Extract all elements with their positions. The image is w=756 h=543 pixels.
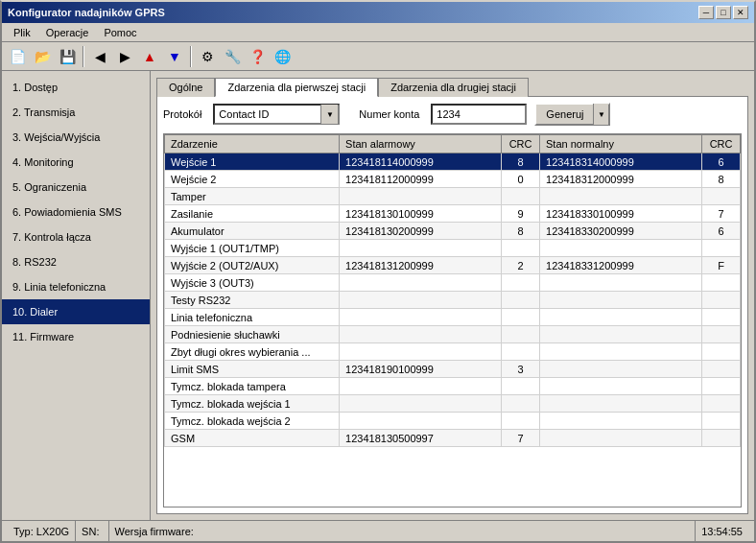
status-time: 13:54:55 bbox=[696, 521, 748, 541]
events-table: Zdarzenie Stan alarmowy CRC Stan normaln… bbox=[164, 134, 741, 447]
network-button[interactable]: 🌐 bbox=[271, 45, 294, 68]
table-row[interactable]: Zbyt długi okres wybierania ... bbox=[165, 343, 741, 361]
sidebar: 1. Dostęp 2. Transmisja 3. Wejścia/Wyjśc… bbox=[2, 71, 151, 520]
statusbar: Typ: LX20G SN: Wersja firmware: 13:54:55 bbox=[2, 520, 754, 541]
table-row[interactable]: Wejście 21234181120009990123418312000999… bbox=[165, 171, 741, 188]
menu-pomoc[interactable]: Pomoc bbox=[96, 25, 144, 40]
table-row[interactable]: Podniesienie słuchawki bbox=[165, 326, 741, 343]
table-row[interactable]: Tymcz. blokada wejścia 1 bbox=[165, 395, 741, 413]
tab-druga[interactable]: Zdarzenia dla drugiej stacji bbox=[378, 78, 529, 97]
events-table-container[interactable]: Zdarzenie Stan alarmowy CRC Stan normaln… bbox=[163, 133, 742, 508]
menu-operacje[interactable]: Operacje bbox=[38, 25, 97, 40]
sidebar-item-kontrola[interactable]: 7. Kontrola łącza bbox=[2, 224, 150, 249]
table-row[interactable]: Tymcz. blokada wejścia 2 bbox=[165, 413, 741, 430]
table-row[interactable]: Wyjście 1 (OUT1/TMP) bbox=[165, 240, 741, 257]
toolbar-separator-2 bbox=[190, 46, 192, 67]
protocol-select[interactable]: Contact ID SIA bbox=[215, 106, 320, 122]
tab-pierwsza[interactable]: Zdarzenia dla pierwszej stacji bbox=[215, 78, 378, 97]
save-button[interactable]: 💾 bbox=[56, 45, 79, 68]
table-row[interactable]: Wyjście 2 (OUT2/AUX)12341813120099921234… bbox=[165, 257, 741, 274]
sidebar-item-ograniczenia[interactable]: 5. Ograniczenia bbox=[2, 175, 150, 200]
table-row[interactable]: Wejście 11234181140009998123418314000999… bbox=[165, 153, 741, 171]
status-typ: Typ: LX20G bbox=[8, 521, 76, 541]
generuj-arrow[interactable]: ▼ bbox=[593, 104, 608, 125]
col-stan-normalny: Stan normalny bbox=[540, 135, 702, 153]
minimize-button[interactable]: ─ bbox=[698, 6, 714, 19]
sidebar-item-dostep[interactable]: 1. Dostęp bbox=[2, 75, 150, 100]
main-window: Konfigurator nadajników GPRS ─ □ ✕ Plik … bbox=[0, 0, 756, 543]
tools-button[interactable]: 🔧 bbox=[221, 45, 244, 68]
toolbar: 📄 📂 💾 ◀ ▶ ▲ ▼ ⚙ 🔧 ❓ 🌐 bbox=[2, 42, 754, 71]
table-body: Wejście 11234181140009998123418314000999… bbox=[165, 153, 741, 447]
sidebar-item-wejscia[interactable]: 3. Wejścia/Wyjścia bbox=[2, 125, 150, 150]
menubar: Plik Operacje Pomoc bbox=[2, 23, 754, 42]
sidebar-item-monitoring[interactable]: 4. Monitoring bbox=[2, 150, 150, 175]
table-row[interactable]: Akumulator123418130200999812341833020099… bbox=[165, 223, 741, 240]
typ-label: Typ: bbox=[13, 526, 34, 537]
open-button[interactable]: 📂 bbox=[31, 45, 54, 68]
main-layout: 1. Dostęp 2. Transmisja 3. Wejścia/Wyjśc… bbox=[2, 71, 754, 520]
generuj-button[interactable]: Generuj bbox=[536, 105, 593, 124]
protocol-select-wrapper: Contact ID SIA ▼ bbox=[213, 104, 340, 125]
maximize-button[interactable]: □ bbox=[716, 6, 731, 19]
generuj-button-wrapper[interactable]: Generuj ▼ bbox=[534, 103, 610, 126]
sidebar-item-powiadomienia[interactable]: 6. Powiadomienia SMS bbox=[2, 200, 150, 224]
titlebar-buttons: ─ □ ✕ bbox=[698, 6, 748, 19]
protocol-row: Protokół Contact ID SIA ▼ Numer konta Ge… bbox=[163, 103, 742, 126]
table-row[interactable]: Testy RS232 bbox=[165, 292, 741, 309]
sidebar-item-firmware[interactable]: 11. Firmware bbox=[2, 324, 150, 349]
col-crc1: CRC bbox=[502, 135, 540, 153]
sn-label: SN: bbox=[82, 526, 99, 537]
firmware-label: Wersja firmware: bbox=[115, 526, 194, 537]
col-stan-alarmowy: Stan alarmowy bbox=[340, 135, 502, 153]
tab-panel: Protokół Contact ID SIA ▼ Numer konta Ge… bbox=[156, 96, 748, 514]
tab-ogolne[interactable]: Ogólne bbox=[156, 78, 215, 97]
tab-bar: Ogólne Zdarzenia dla pierwszej stacji Zd… bbox=[156, 77, 748, 96]
table-row[interactable]: GSM1234181305009977 bbox=[165, 430, 741, 447]
sidebar-item-dialer[interactable]: 10. Dialer bbox=[2, 299, 150, 324]
numer-konta-input[interactable] bbox=[431, 104, 527, 125]
status-firmware: Wersja firmware: bbox=[109, 521, 697, 541]
settings-button[interactable]: ⚙ bbox=[196, 45, 219, 68]
table-row[interactable]: Zasilanie1234181301009999123418330100999… bbox=[165, 205, 741, 223]
status-sn: SN: bbox=[76, 521, 108, 541]
time-value: 13:54:55 bbox=[701, 526, 743, 537]
forward-button[interactable]: ▶ bbox=[113, 45, 136, 68]
table-row[interactable]: Linia telefoniczna bbox=[165, 309, 741, 326]
menu-plik[interactable]: Plik bbox=[6, 25, 38, 40]
upload-button[interactable]: ▲ bbox=[138, 45, 161, 68]
new-button[interactable]: 📄 bbox=[6, 45, 29, 68]
protocol-label: Protokół bbox=[163, 108, 201, 120]
table-header-row: Zdarzenie Stan alarmowy CRC Stan normaln… bbox=[165, 135, 741, 153]
titlebar: Konfigurator nadajników GPRS ─ □ ✕ bbox=[2, 2, 754, 23]
table-row[interactable]: Tamper bbox=[165, 188, 741, 205]
content-area: Ogólne Zdarzenia dla pierwszej stacji Zd… bbox=[151, 71, 754, 520]
toolbar-separator-1 bbox=[83, 46, 84, 67]
window-title: Konfigurator nadajników GPRS bbox=[8, 7, 165, 18]
help-button[interactable]: ❓ bbox=[246, 45, 269, 68]
sidebar-item-rs232[interactable]: 8. RS232 bbox=[2, 249, 150, 274]
col-zdarzenie: Zdarzenie bbox=[165, 135, 340, 153]
sidebar-item-linia[interactable]: 9. Linia telefoniczna bbox=[2, 274, 150, 299]
table-row[interactable]: Limit SMS1234181901009993 bbox=[165, 361, 741, 378]
back-button[interactable]: ◀ bbox=[88, 45, 111, 68]
typ-value: LX20G bbox=[36, 526, 69, 537]
download-button[interactable]: ▼ bbox=[163, 45, 186, 68]
numer-konta-label: Numer konta bbox=[359, 108, 419, 120]
sidebar-item-transmisja[interactable]: 2. Transmisja bbox=[2, 100, 150, 125]
close-button[interactable]: ✕ bbox=[733, 6, 748, 19]
table-row[interactable]: Tymcz. blokada tampera bbox=[165, 378, 741, 395]
protocol-select-arrow[interactable]: ▼ bbox=[320, 105, 338, 124]
col-crc2: CRC bbox=[702, 135, 741, 153]
table-row[interactable]: Wyjście 3 (OUT3) bbox=[165, 274, 741, 292]
